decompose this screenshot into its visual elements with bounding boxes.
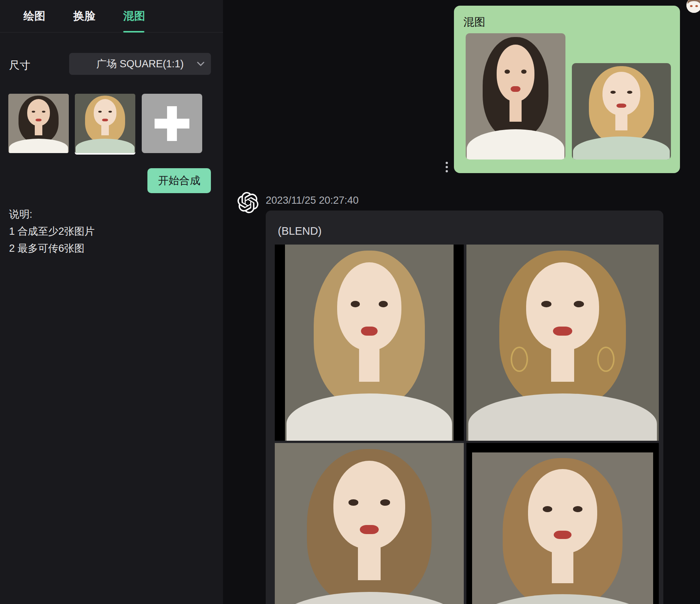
size-select[interactable]: 广场 SQUARE(1:1) — [69, 53, 211, 75]
sidebar: 绘图 换脸 混图 尺寸 广场 SQUARE(1:1) 开始合成 — [0, 0, 223, 604]
result-portrait — [275, 443, 464, 604]
instructions-line-2: 2 最多可传6张图 — [9, 242, 85, 255]
plus-icon — [155, 106, 189, 141]
avatar-image — [686, 0, 700, 13]
tab-bar: 绘图 换脸 混图 — [0, 0, 223, 33]
tab-blend-label: 混图 — [123, 9, 145, 24]
blend-result-image-4[interactable] — [466, 443, 659, 604]
user-message-image-style[interactable] — [572, 63, 671, 160]
result-portrait — [285, 245, 454, 441]
style-portrait-image — [572, 63, 671, 160]
tab-faceswap-label: 换脸 — [73, 9, 95, 24]
user-avatar[interactable] — [686, 0, 700, 13]
instructions-line-1: 1 合成至少2张图片 — [9, 225, 95, 238]
source-photo-image — [8, 94, 69, 153]
tab-faceswap[interactable]: 换脸 — [73, 0, 95, 33]
tab-blend[interactable]: 混图 — [123, 0, 145, 33]
instructions-title: 说明: — [9, 208, 33, 221]
size-select-value: 广场 SQUARE(1:1) — [96, 57, 184, 71]
add-image-button[interactable] — [142, 94, 202, 153]
upload-thumbnail-style[interactable] — [75, 94, 135, 153]
user-message-bubble: 混图 — [454, 6, 680, 173]
upload-thumbnail-photo[interactable] — [8, 94, 69, 153]
blend-result-image-1[interactable] — [275, 245, 464, 441]
style-portrait-image — [75, 94, 135, 153]
openai-logo-icon — [237, 192, 259, 213]
result-portrait — [466, 245, 659, 441]
chevron-down-icon — [197, 61, 205, 67]
source-photo-image — [466, 33, 565, 160]
blend-result-image-3[interactable] — [275, 443, 464, 604]
message-timestamp: 2023/11/25 20:27:40 — [266, 195, 359, 206]
user-message-image-photo[interactable] — [466, 33, 565, 160]
size-label: 尺寸 — [9, 58, 30, 73]
user-message-label: 混图 — [463, 15, 485, 30]
active-tab-indicator — [123, 31, 144, 33]
blend-label: (BLEND) — [278, 225, 322, 237]
blend-result-image-2[interactable] — [466, 245, 659, 441]
tab-draw-label: 绘图 — [23, 9, 45, 24]
tab-draw[interactable]: 绘图 — [23, 0, 45, 33]
assistant-message-card: (BLEND) — [266, 211, 663, 604]
start-blend-button[interactable]: 开始合成 — [147, 168, 211, 193]
kebab-menu-icon[interactable] — [442, 162, 451, 177]
chat-panel: 混图 2023/11/25 20:27:40 (BLEND) — [223, 0, 700, 604]
result-portrait — [472, 452, 653, 604]
